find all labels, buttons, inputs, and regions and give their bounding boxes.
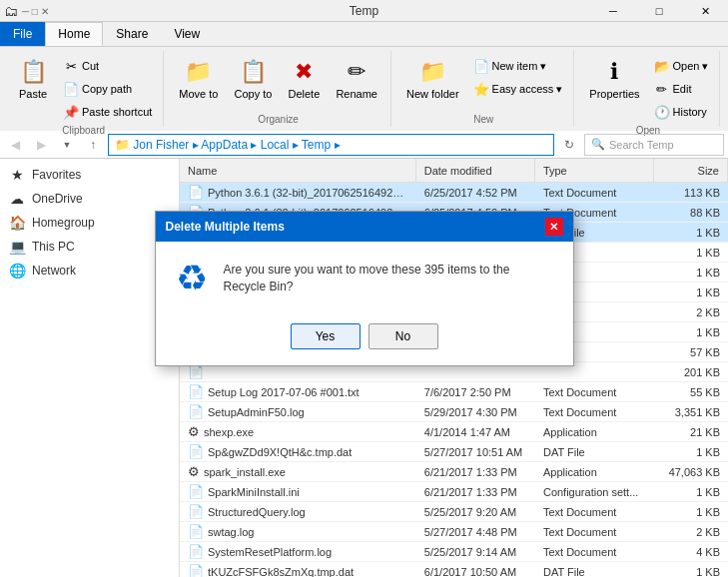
dialog-overlay: Delete Multiple Items ✕ ♻ Are you sure y… xyxy=(0,0,728,577)
dialog-body: ♻ Are you sure you want to move these 39… xyxy=(156,242,573,315)
dialog-no-button[interactable]: No xyxy=(368,323,438,349)
dialog-title: Delete Multiple Items xyxy=(166,220,285,234)
dialog-buttons: Yes No xyxy=(156,315,573,365)
recycle-bin-icon: ♻ xyxy=(176,258,208,299)
dialog-message: Are you sure you want to move these 395 … xyxy=(224,262,553,295)
dialog-yes-button[interactable]: Yes xyxy=(291,323,361,349)
dialog-close-button[interactable]: ✕ xyxy=(545,218,563,236)
delete-dialog: Delete Multiple Items ✕ ♻ Are you sure y… xyxy=(155,211,574,366)
dialog-title-bar: Delete Multiple Items ✕ xyxy=(156,212,573,242)
